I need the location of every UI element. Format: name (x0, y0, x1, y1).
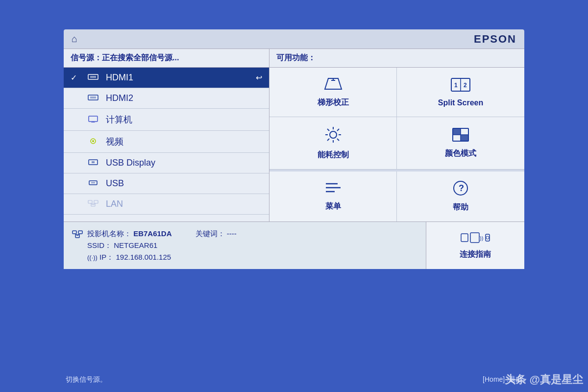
source-list: ✓ HDMI1 ↩ HDMI2 (64, 67, 269, 215)
features-title: 可用功能： (270, 49, 524, 67)
usb-icon (86, 178, 100, 189)
ip-label: IP： (99, 253, 114, 261)
source-label-video: 视频 (106, 136, 262, 147)
svg-rect-45 (78, 231, 82, 234)
svg-rect-1 (90, 76, 96, 78)
svg-rect-10 (92, 161, 95, 163)
source-label-lan: LAN (106, 199, 262, 209)
content-area: 信号源：正在搜索全部信号源... ✓ HDMI1 ↩ (64, 49, 524, 221)
watermark: 头条 @真是星尘 (505, 372, 583, 387)
source-label-computer: 计算机 (106, 114, 262, 125)
video-icon (86, 137, 100, 147)
left-panel: 信号源：正在搜索全部信号源... ✓ HDMI1 ↩ (64, 49, 270, 221)
svg-rect-4 (89, 116, 98, 122)
sun-icon (324, 126, 342, 147)
source-section-title: 信号源：正在搜索全部信号源... (64, 49, 269, 67)
projector-name-value: EB7A61DA (133, 229, 172, 238)
refresh-icon-hdmi1: ↩ (256, 73, 262, 82)
hdmi2-icon (86, 93, 100, 103)
svg-line-32 (337, 129, 339, 131)
svg-line-31 (337, 139, 339, 141)
keyword-container: 关键词： ---- (196, 228, 237, 240)
connect-guide-button[interactable]: )) 连接指南 (426, 222, 524, 269)
split-screen-label: Split Screen (438, 98, 483, 107)
source-label-hdmi1: HDMI1 (106, 73, 250, 83)
menu-label: 菜单 (325, 201, 341, 212)
hdmi1-icon (86, 73, 100, 83)
svg-text:1: 1 (454, 82, 458, 89)
source-label-usb-display: USB Display (106, 158, 262, 168)
source-label-hdmi2: HDMI2 (106, 93, 262, 103)
trapezoid-icon (324, 76, 343, 95)
svg-text:)): )) (480, 235, 483, 241)
svg-text:?: ? (459, 183, 464, 193)
svg-line-30 (327, 129, 329, 131)
source-item-hdmi1[interactable]: ✓ HDMI1 ↩ (64, 68, 269, 88)
info-bar: 投影机名称： EB7A61DA 关键词： ---- SSID： NETGEAR6… (64, 221, 524, 269)
color-mode-label: 颜色模式 (445, 148, 476, 159)
svg-line-33 (327, 139, 329, 141)
connect-label: 连接指南 (460, 249, 491, 260)
ssid-value: NETGEAR61 (114, 241, 157, 249)
help-label: 帮助 (453, 202, 468, 213)
ui-panel: ⌂ EPSON 信号源：正在搜索全部信号源... ✓ HDMI1 ↩ (64, 29, 524, 363)
svg-rect-44 (73, 231, 76, 234)
feature-help[interactable]: ? 帮助 (397, 172, 524, 221)
features-top-grid: 梯形校正 1 2 Split Screen (270, 67, 524, 170)
menu-icon (325, 181, 342, 198)
svg-rect-36 (461, 135, 468, 141)
features-bottom-grid: 菜单 ? 帮助 (270, 172, 524, 221)
projector-label: 投影机名称： (87, 229, 131, 238)
brand-name: EPSON (474, 33, 516, 46)
source-item-usb-display[interactable]: USB Display (64, 153, 269, 173)
check-mark-hdmi1: ✓ (71, 73, 80, 82)
source-item-lan[interactable]: LAN (64, 194, 269, 215)
source-label-usb: USB (106, 178, 262, 189)
source-item-hdmi2[interactable]: HDMI2 (64, 88, 269, 109)
feature-keystone[interactable]: 梯形校正 (270, 68, 397, 117)
svg-point-8 (92, 140, 94, 142)
feature-menu[interactable]: 菜单 (270, 172, 397, 221)
svg-rect-49 (461, 234, 468, 242)
ip-value: 192.168.001.125 (116, 253, 171, 261)
source-item-video[interactable]: 视频 (64, 131, 269, 153)
keyword-value: ---- (227, 229, 237, 238)
svg-rect-14 (94, 200, 98, 203)
lan-icon (86, 199, 100, 209)
svg-point-53 (486, 236, 489, 239)
wifi-icon (72, 228, 83, 240)
feature-color-mode[interactable]: 颜色模式 (397, 117, 524, 170)
svg-text:2: 2 (464, 82, 467, 89)
svg-rect-12 (91, 182, 95, 183)
keyword-label: 关键词： (196, 229, 225, 238)
svg-rect-3 (90, 97, 96, 98)
status-left: 切换信号源。 (66, 375, 107, 384)
power-control-label: 能耗控制 (318, 150, 349, 160)
source-item-computer[interactable]: 计算机 (64, 109, 269, 131)
connect-guide-icon: )) (461, 232, 490, 246)
feature-split-screen[interactable]: 1 2 Split Screen (397, 68, 524, 117)
svg-rect-35 (453, 128, 461, 135)
info-left: 投影机名称： EB7A61DA 关键词： ---- SSID： NETGEAR6… (64, 222, 426, 269)
svg-rect-50 (470, 233, 479, 243)
keystone-label: 梯形校正 (318, 98, 349, 108)
split-screen-icon: 1 2 (450, 77, 471, 96)
top-bar: ⌂ EPSON (64, 29, 524, 49)
ssid-label: SSID： (87, 241, 112, 249)
svg-point-25 (330, 131, 337, 138)
home-icon[interactable]: ⌂ (72, 33, 77, 45)
svg-rect-13 (88, 200, 92, 203)
ip-icon: ((·)) (87, 254, 98, 261)
help-icon: ? (453, 180, 468, 199)
feature-power-control[interactable]: 能耗控制 (270, 117, 397, 170)
color-mode-icon (452, 127, 469, 146)
computer-icon (86, 115, 100, 125)
projector-name-text: 投影机名称： EB7A61DA (87, 228, 172, 240)
right-panel: 可用功能： 梯形校正 (270, 49, 524, 221)
source-item-usb[interactable]: USB (64, 173, 269, 194)
features-top-section: 梯形校正 1 2 Split Screen (270, 67, 524, 172)
svg-rect-46 (75, 235, 79, 238)
usb-display-icon (86, 158, 100, 168)
